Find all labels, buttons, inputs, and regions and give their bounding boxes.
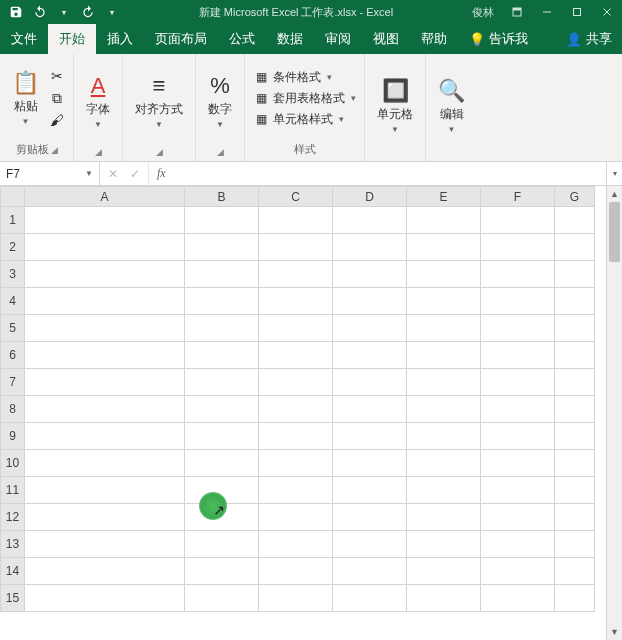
- title-bar: ▾ ▾ 新建 Microsoft Excel 工作表.xlsx - Excel …: [0, 0, 622, 24]
- scroll-thumb[interactable]: [609, 202, 620, 262]
- scroll-down-icon[interactable]: ▼: [607, 624, 622, 640]
- share-button[interactable]: 👤 共享: [556, 24, 622, 54]
- number-button[interactable]: % 数字 ▼: [202, 71, 238, 131]
- cell-styles-icon: ▦: [253, 112, 269, 126]
- tab-view[interactable]: 视图: [362, 24, 410, 54]
- chevron-down-icon: ▼: [448, 125, 456, 134]
- conditional-format-button[interactable]: ▦ 条件格式▾: [253, 68, 332, 87]
- close-icon[interactable]: [592, 0, 622, 24]
- group-number: % 数字 ▼ ◢: [196, 54, 245, 161]
- col-header[interactable]: E: [407, 187, 481, 207]
- undo-icon[interactable]: [30, 2, 50, 22]
- row-header[interactable]: 9: [1, 423, 25, 450]
- find-icon: 🔍: [438, 78, 465, 104]
- enter-icon[interactable]: ✓: [130, 167, 140, 181]
- user-name[interactable]: 俊林: [464, 5, 502, 20]
- redo-icon[interactable]: [78, 2, 98, 22]
- svg-rect-3: [574, 9, 581, 16]
- row-header[interactable]: 3: [1, 261, 25, 288]
- formula-input[interactable]: [174, 162, 606, 185]
- tab-page-layout[interactable]: 页面布局: [144, 24, 218, 54]
- format-painter-icon[interactable]: 🖌: [47, 110, 67, 130]
- row-header[interactable]: 5: [1, 315, 25, 342]
- svg-rect-2: [543, 12, 551, 13]
- col-header[interactable]: A: [25, 187, 185, 207]
- col-header[interactable]: D: [333, 187, 407, 207]
- qat-dropdown-icon[interactable]: ▾: [54, 2, 74, 22]
- group-styles: ▦ 条件格式▾ ▦ 套用表格格式▾ ▦ 单元格样式▾ 样式: [245, 54, 365, 161]
- tab-review[interactable]: 审阅: [314, 24, 362, 54]
- tab-help[interactable]: 帮助: [410, 24, 458, 54]
- ribbon: 📋 粘贴 ▼ ✂ ⧉ 🖌 剪贴板 ◢ A 字体 ▼ ◢ ≡ 对齐方式: [0, 54, 622, 162]
- ribbon-tabs: 文件 开始 插入 页面布局 公式 数据 审阅 视图 帮助 💡 告诉我 👤 共享: [0, 24, 622, 54]
- row-header[interactable]: 1: [1, 207, 25, 234]
- col-header[interactable]: F: [481, 187, 555, 207]
- cells-button[interactable]: 🔲 单元格 ▼: [371, 76, 419, 136]
- row-header[interactable]: 11: [1, 477, 25, 504]
- group-label: 剪贴板: [16, 142, 49, 157]
- group-cells: 🔲 单元格 ▼: [365, 54, 426, 161]
- chevron-down-icon: ▼: [391, 125, 399, 134]
- cut-icon[interactable]: ✂: [47, 66, 67, 86]
- tab-data[interactable]: 数据: [266, 24, 314, 54]
- group-font: A 字体 ▼ ◢: [74, 54, 123, 161]
- window-title: 新建 Microsoft Excel 工作表.xlsx - Excel: [128, 5, 464, 20]
- scroll-up-icon[interactable]: ▲: [607, 186, 622, 202]
- percent-icon: %: [210, 73, 230, 99]
- group-editing: 🔍 编辑 ▼: [426, 54, 477, 161]
- col-header[interactable]: B: [185, 187, 259, 207]
- row-header[interactable]: 2: [1, 234, 25, 261]
- chevron-down-icon: ▼: [155, 120, 163, 129]
- dialog-launcher-icon[interactable]: ◢: [95, 147, 102, 157]
- tab-file[interactable]: 文件: [0, 24, 48, 54]
- select-all-corner[interactable]: [1, 187, 25, 207]
- formula-bar-row: F7 ▼ ✕ ✓ fx ▾: [0, 162, 622, 186]
- cell-styles-button[interactable]: ▦ 单元格样式▾: [253, 110, 344, 129]
- row-header[interactable]: 14: [1, 558, 25, 585]
- row-header[interactable]: 13: [1, 531, 25, 558]
- window-controls: [502, 0, 622, 24]
- conditional-format-icon: ▦: [253, 70, 269, 84]
- cells-icon: 🔲: [382, 78, 409, 104]
- fx-icon[interactable]: fx: [149, 162, 174, 185]
- table-format-button[interactable]: ▦ 套用表格格式▾: [253, 89, 356, 108]
- col-header[interactable]: G: [555, 187, 595, 207]
- row-header[interactable]: 4: [1, 288, 25, 315]
- table-format-icon: ▦: [253, 91, 269, 105]
- row-header[interactable]: 7: [1, 369, 25, 396]
- vertical-scrollbar[interactable]: ▲ ▼: [606, 186, 622, 640]
- font-button[interactable]: A 字体 ▼: [80, 71, 116, 131]
- alignment-button[interactable]: ≡ 对齐方式 ▼: [129, 71, 189, 131]
- name-box[interactable]: F7 ▼: [0, 162, 100, 185]
- copy-icon[interactable]: ⧉: [47, 88, 67, 108]
- cancel-icon[interactable]: ✕: [108, 167, 118, 181]
- group-label: 样式: [294, 142, 316, 157]
- share-icon: 👤: [566, 32, 582, 47]
- dialog-launcher-icon[interactable]: ◢: [156, 147, 163, 157]
- tab-insert[interactable]: 插入: [96, 24, 144, 54]
- tab-formulas[interactable]: 公式: [218, 24, 266, 54]
- row-header[interactable]: 10: [1, 450, 25, 477]
- row-header[interactable]: 8: [1, 396, 25, 423]
- col-header[interactable]: C: [259, 187, 333, 207]
- dialog-launcher-icon[interactable]: ◢: [217, 147, 224, 157]
- minimize-icon[interactable]: [532, 0, 562, 24]
- paste-button[interactable]: 📋 粘贴 ▼: [6, 68, 45, 128]
- maximize-icon[interactable]: [562, 0, 592, 24]
- tellme[interactable]: 💡 告诉我: [458, 24, 539, 54]
- cell-grid[interactable]: A B C D E F G 1 2 3 4 5 6 7 8 9 10 11 12…: [0, 186, 595, 612]
- row-header[interactable]: 12: [1, 504, 25, 531]
- quick-access-toolbar: ▾ ▾: [0, 2, 128, 22]
- ribbon-options-icon[interactable]: [502, 0, 532, 24]
- tab-home[interactable]: 开始: [48, 24, 96, 54]
- editing-button[interactable]: 🔍 编辑 ▼: [432, 76, 471, 136]
- row-header[interactable]: 6: [1, 342, 25, 369]
- save-icon[interactable]: [6, 2, 26, 22]
- chevron-down-icon: ▼: [22, 117, 30, 126]
- font-icon: A: [91, 73, 106, 99]
- dialog-launcher-icon[interactable]: ◢: [51, 145, 58, 155]
- row-header[interactable]: 15: [1, 585, 25, 612]
- formula-expand-icon[interactable]: ▾: [606, 162, 622, 185]
- chevron-down-icon: ▼: [94, 120, 102, 129]
- qat-customize-icon[interactable]: ▾: [102, 2, 122, 22]
